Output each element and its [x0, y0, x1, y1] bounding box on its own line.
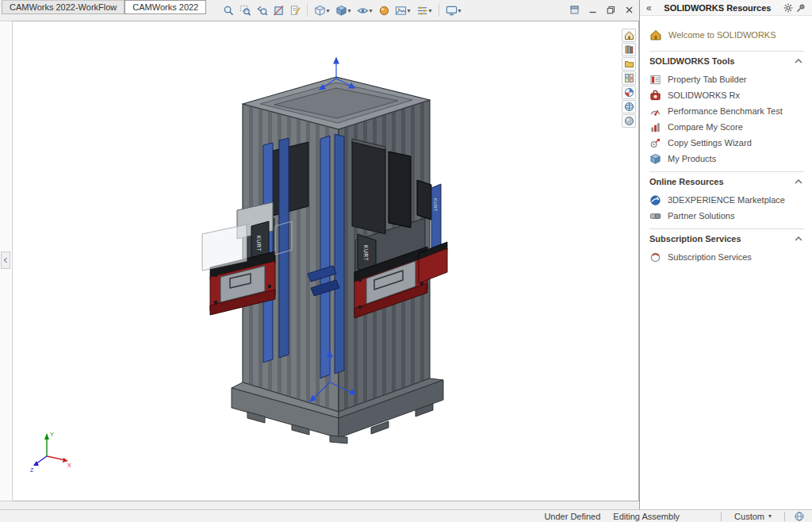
editing-mode: Editing Assembly: [613, 512, 680, 521]
item-label: Performance Benchmark Test: [668, 106, 783, 116]
display-style-icon[interactable]: ▾: [333, 2, 354, 18]
collapse-taskpane-icon[interactable]: «: [645, 2, 653, 13]
edit-appearance-icon[interactable]: [376, 2, 392, 18]
view-palette-tab-icon[interactable]: [622, 71, 636, 85]
taskpane-options-gear-icon[interactable]: [782, 3, 795, 13]
copy-settings-icon: [649, 137, 661, 149]
unit-system-dropdown[interactable]: Custom ▾: [728, 512, 778, 521]
window-menu-icon[interactable]: [569, 4, 580, 15]
tab-camworks-workflow[interactable]: CAMWorks 2022-WorkFlow: [2, 0, 124, 14]
divider: [649, 51, 804, 52]
taskpane-tab-strip: [622, 29, 637, 128]
origin-triad: Y X Z: [30, 432, 71, 473]
item-label: Copy Settings Wizard: [668, 138, 752, 148]
item-label: My Products: [668, 154, 716, 163]
section-title: SOLIDWORKS Tools: [649, 56, 734, 66]
section-subscription-services: Subscription Services: [649, 234, 806, 244]
top-strip: CAMWorks 2022-WorkFlow CAMWorks 2022: [0, 0, 639, 21]
heads-up-toolbar: ▾ ▾ ▾ ▾ ▾: [220, 2, 464, 19]
design-library-tab-icon[interactable]: [622, 43, 636, 56]
brand-label-left: KURT: [256, 236, 262, 251]
item-partner-solutions[interactable]: Partner Solutions: [649, 208, 806, 224]
home-icon: [649, 29, 662, 41]
collapse-section-icon[interactable]: [795, 178, 802, 185]
partner-solutions-icon: [649, 210, 661, 222]
subscription-services-icon: [649, 251, 661, 263]
restore-icon[interactable]: [605, 4, 616, 15]
forum-tab-icon[interactable]: [622, 114, 636, 128]
unit-system-value: Custom: [734, 512, 764, 521]
zoom-to-fit-icon[interactable]: [220, 2, 236, 18]
web-help-globe-icon[interactable]: [795, 512, 804, 521]
appearances-scenes-tab-icon[interactable]: [622, 86, 636, 99]
triad-x-label: X: [67, 463, 71, 468]
solidworks-rx-icon: [649, 90, 661, 102]
divider: [649, 171, 804, 172]
brand-label-center: KURT: [363, 245, 369, 261]
performance-benchmark-icon: [649, 106, 661, 117]
taskpane-title: SOLIDWORKS Resources: [653, 3, 782, 13]
item-label: Subscription Services: [668, 252, 752, 262]
item-label: Compare My Score: [668, 122, 743, 132]
solidworks-window: CAMWorks 2022-WorkFlow CAMWorks 2022: [0, 0, 812, 522]
taskpane-body: Welcome to SOLIDWORKS SOLIDWORKS Tools P…: [640, 16, 812, 265]
brand-label-right: KURT: [433, 198, 438, 212]
section-online-resources: Online Resources: [649, 177, 806, 186]
graphics-area[interactable]: KURT KURT KURT: [13, 21, 639, 501]
custom-properties-tab-icon[interactable]: [622, 100, 636, 113]
section-title: Subscription Services: [649, 234, 741, 244]
item-performance-benchmark-test[interactable]: Performance Benchmark Test: [649, 103, 806, 119]
triad-z-label: Z: [30, 467, 34, 473]
item-copy-settings-wizard[interactable]: Copy Settings Wizard: [649, 135, 806, 151]
item-subscription-services[interactable]: Subscription Services: [649, 249, 806, 265]
statusbar-separator: [784, 512, 785, 521]
close-icon[interactable]: [623, 4, 634, 15]
apply-scene-icon[interactable]: ▾: [393, 2, 413, 18]
taskpane-header: « SOLIDWORKS Resources: [640, 0, 812, 16]
item-solidworks-rx[interactable]: SOLIDWORKS Rx: [649, 87, 806, 103]
item-label: SOLIDWORKS Rx: [668, 90, 740, 100]
collapse-section-icon[interactable]: [795, 236, 802, 242]
toolbar-separator: [307, 4, 308, 17]
tab-camworks-2022[interactable]: CAMWorks 2022: [124, 0, 206, 14]
annotation-views-icon[interactable]: [287, 2, 303, 18]
section-title: Online Resources: [649, 177, 724, 186]
previous-view-icon[interactable]: [254, 2, 270, 18]
screen-options-icon[interactable]: ▾: [443, 2, 464, 18]
triad-y-label: Y: [50, 432, 54, 437]
view-settings-icon[interactable]: ▾: [414, 2, 435, 18]
statusbar-separator: [721, 512, 722, 521]
item-3dexperience-marketplace[interactable]: 3DEXPERIENCE Marketplace: [649, 192, 806, 208]
status-bar: Under Defined Editing Assembly Custom ▾: [0, 509, 812, 522]
hide-show-items-icon[interactable]: ▾: [354, 2, 375, 18]
item-label: Property Tab Builder: [668, 75, 746, 84]
panel-expand-handle[interactable]: [1, 251, 10, 269]
item-property-tab-builder[interactable]: Property Tab Builder: [649, 71, 806, 87]
definition-status: Under Defined: [544, 512, 600, 521]
document-window-controls: [569, 4, 634, 15]
welcome-to-solidworks-link[interactable]: Welcome to SOLIDWORKS: [649, 29, 806, 41]
solidworks-resources-tab-icon[interactable]: [622, 29, 636, 42]
taskpane-solidworks-resources: « SOLIDWORKS Resources Welcome to SOLIDW…: [639, 0, 812, 509]
minimize-icon[interactable]: [587, 4, 598, 15]
property-tab-builder-icon: [649, 74, 661, 86]
pin-taskpane-icon[interactable]: [795, 3, 807, 13]
collapse-section-icon[interactable]: [795, 58, 802, 64]
toolbar-separator: [439, 4, 439, 17]
divider: [649, 228, 804, 229]
item-compare-my-score[interactable]: Compare My Score: [649, 119, 806, 135]
command-manager-tabs: CAMWorks 2022-WorkFlow CAMWorks 2022: [2, 0, 206, 14]
file-explorer-tab-icon[interactable]: [622, 57, 636, 71]
item-label: Partner Solutions: [668, 211, 734, 221]
section-view-icon[interactable]: [270, 2, 286, 18]
my-products-icon: [649, 153, 661, 165]
welcome-label: Welcome to SOLIDWORKS: [668, 30, 776, 40]
view-orientation-icon[interactable]: ▾: [312, 2, 332, 18]
fixture-model[interactable]: KURT KURT KURT: [202, 77, 447, 443]
zoom-to-area-icon[interactable]: [237, 2, 253, 18]
feature-manager-collapsed-strip[interactable]: [0, 21, 13, 501]
item-my-products[interactable]: My Products: [649, 151, 806, 167]
section-solidworks-tools: SOLIDWORKS Tools: [649, 56, 806, 66]
main-area: CAMWorks 2022-WorkFlow CAMWorks 2022: [0, 0, 639, 509]
item-label: 3DEXPERIENCE Marketplace: [668, 195, 785, 205]
